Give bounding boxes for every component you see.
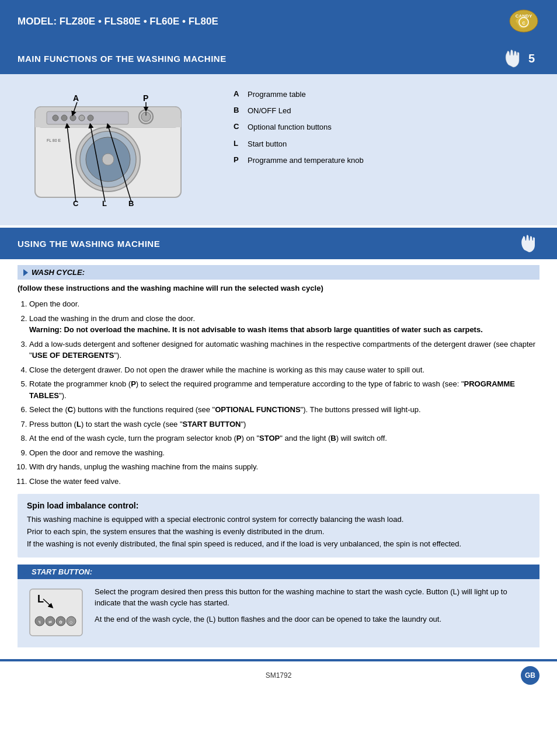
spin-load-title: Spin load imbalance control: xyxy=(27,501,530,510)
svg-point-10 xyxy=(61,115,67,121)
step-2-warning: Warning: Do not overload the machine. It… xyxy=(29,325,483,334)
legend-text-l: Start button xyxy=(248,139,287,149)
start-button-content: L ↯ ⇌ ✿ ◇ xyxy=(18,579,539,647)
step-10: With dry hands, unplug the washing machi… xyxy=(29,461,539,473)
legend-letter-b: B xyxy=(234,106,243,114)
section2-header: USING THE WASHING MACHINE xyxy=(0,228,557,259)
section1-header-right: 5 xyxy=(502,47,539,69)
start-button-description: Select the program desired then press th… xyxy=(95,586,530,630)
start-button-arrow xyxy=(23,568,28,575)
wash-cycle-arrow xyxy=(23,269,28,276)
legend-text-c: Optional function buttons xyxy=(248,122,332,133)
brand-logo: CANDY C xyxy=(507,8,539,34)
start-button-diagram: L ↯ ⇌ ✿ ◇ xyxy=(27,586,85,640)
section2-title: USING THE WASHING MACHINE xyxy=(18,239,160,249)
legend-text-a: Programme table xyxy=(248,89,306,100)
wash-cycle-title: WASH CYCLE: xyxy=(32,268,85,277)
legend-letter-c: C xyxy=(234,122,243,131)
legend-item-a: A Programme table xyxy=(234,89,539,100)
svg-text:✿: ✿ xyxy=(59,620,62,624)
legend-letter-a: A xyxy=(234,89,243,98)
start-button-para2: At the end of the wash cycle, the (L) bu… xyxy=(95,614,530,625)
spin-load-box: Spin load imbalance control: This washin… xyxy=(18,494,539,557)
svg-point-11 xyxy=(70,115,76,121)
step-8: At the end of the wash cycle, turn the p… xyxy=(29,433,539,444)
svg-point-13 xyxy=(88,115,93,121)
svg-text:A: A xyxy=(73,93,79,103)
page: MODEL: FLZ80E • FLS80E • FL60E • FL80E C… xyxy=(0,0,557,756)
spin-load-text: This washing machine is equipped with a … xyxy=(27,514,530,550)
model-title: MODEL: FLZ80E • FLS80E • FL60E • FL80E xyxy=(18,16,218,27)
step-3: Add a low-suds detergent and softener de… xyxy=(29,339,539,361)
footer-code: SM1792 xyxy=(266,671,292,680)
section1-title: MAIN FUNCTIONS OF THE WASHING MACHINE xyxy=(18,54,227,64)
wash-cycle-header: WASH CYCLE: xyxy=(18,265,539,280)
svg-text:↯: ↯ xyxy=(38,620,41,624)
step-4: Close the detergent drawer. Do not open … xyxy=(29,364,539,376)
svg-text:L: L xyxy=(37,593,44,605)
wash-cycle-steps: Open the door. Load the washing in the d… xyxy=(18,298,539,487)
legend-letter-l: L xyxy=(234,139,243,148)
svg-point-12 xyxy=(79,115,85,121)
step-2: Load the washing in the drum and close t… xyxy=(29,313,539,336)
legend-item-b: B ON/OFF Led xyxy=(234,106,539,116)
top-header: MODEL: FLZ80E • FLS80E • FL60E • FL80E C… xyxy=(0,0,557,43)
content-area: WASH CYCLE: (follow these instructions a… xyxy=(0,265,557,647)
step-9: Open the door and remove the washing. xyxy=(29,447,539,459)
step-5: Rotate the programmer knob (P) to select… xyxy=(29,378,539,401)
start-button-header: START BUTTON: xyxy=(18,565,539,579)
hand-icon-2 xyxy=(517,232,539,255)
machine-diagram: FL 80 E A P C L B xyxy=(18,83,216,214)
svg-text:P: P xyxy=(143,93,148,103)
legend-text-b: ON/OFF Led xyxy=(248,106,291,116)
legend-item-l: L Start button xyxy=(234,139,539,149)
svg-text:FL 80 E: FL 80 E xyxy=(47,138,61,142)
svg-point-9 xyxy=(53,115,58,121)
footer-gb-badge: GB xyxy=(521,666,539,685)
hand-icon xyxy=(502,47,524,69)
start-button-section: START BUTTON: L xyxy=(18,565,539,647)
section1-header: MAIN FUNCTIONS OF THE WASHING MACHINE 5 xyxy=(0,43,557,74)
start-button-para1: Select the program desired then press th… xyxy=(95,586,530,609)
legend-letter-p: P xyxy=(234,155,243,164)
legend-text-p: Programme and temperature knob xyxy=(248,155,364,166)
legend-area: A Programme table B ON/OFF Led C Optiona… xyxy=(234,83,539,172)
step-7: Press button (L) to start the wash cycle… xyxy=(29,419,539,430)
step-6: Select the (C) buttons with the function… xyxy=(29,404,539,416)
wash-cycle-intro: (follow these instructions and the washi… xyxy=(18,283,539,294)
step-1: Open the door. xyxy=(29,298,539,310)
legend-item-c: C Optional function buttons xyxy=(234,122,539,133)
svg-point-20 xyxy=(102,154,114,165)
legend-item-p: P Programme and temperature knob xyxy=(234,155,539,166)
svg-text:⇌: ⇌ xyxy=(48,620,52,624)
svg-text:C: C xyxy=(522,21,525,25)
main-functions-area: FL 80 E A P C L B xyxy=(0,74,557,225)
section-number: 5 xyxy=(528,52,539,65)
start-button-title: START BUTTON: xyxy=(32,567,92,576)
step-11: Close the water feed valve. xyxy=(29,476,539,487)
footer-bottom: SM1792 GB xyxy=(0,661,557,689)
